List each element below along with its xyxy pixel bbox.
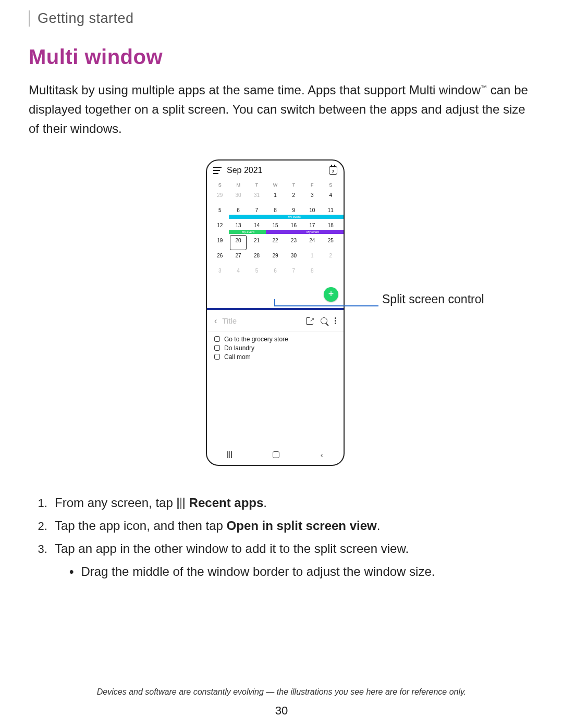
calendar-cell[interactable]: 22 [266,235,284,250]
calendar-cell[interactable]: 3 [303,190,321,205]
checkbox-icon[interactable] [214,336,220,342]
calendar-cell[interactable]: 14 [248,220,266,235]
calendar-cell[interactable]: 27 [229,250,247,265]
callout-label: Split screen control [382,292,484,306]
calendar-cell[interactable] [322,265,340,280]
step-1c: . [263,496,267,510]
checklist-label: Do laundry [224,344,254,352]
nav-back-icon[interactable]: ‹ [321,450,323,459]
intro-text-a: Multitask by using multiple apps at the … [29,83,481,97]
nav-home-icon[interactable] [273,451,279,458]
calendar-cell[interactable]: 18 [322,220,340,235]
step-3: Tap an app in the other window to add it… [51,539,534,581]
checklist-label: Call mom [224,353,251,361]
calendar-cell[interactable]: 28 [248,250,266,265]
checklist-item[interactable]: Call mom [214,353,336,361]
page-number: 30 [0,704,563,718]
calendar-cell[interactable]: 7 [248,205,266,220]
notes-title[interactable]: Title [222,316,306,325]
dow-cell: F [303,180,321,190]
calendar-cell[interactable]: 25 [322,235,340,250]
notes-app: ‹ Title Go to the grocery storeDo laundr… [207,311,344,447]
checkbox-icon[interactable] [214,345,220,351]
calendar-cell[interactable]: 16 [285,220,303,235]
callout-connector-horiz [274,305,378,306]
checkbox-icon[interactable] [214,354,220,360]
checklist-item[interactable]: Do laundry [214,344,336,352]
calendar-cell[interactable]: 24 [303,235,321,250]
calendar-cell[interactable]: 20 [229,235,247,250]
step-1a: From any screen, tap [55,496,176,510]
calendar-cell[interactable]: 3 [211,265,229,280]
calendar-cell[interactable]: 23 [285,235,303,250]
nav-recent-icon[interactable] [227,451,232,458]
section-title: Getting started [38,10,534,27]
menu-icon[interactable] [213,167,222,174]
trademark-symbol: ™ [481,84,487,91]
calendar-cell[interactable]: 17 [303,220,321,235]
calendar-cell[interactable]: 6My event [229,205,247,220]
calendar-cell[interactable]: 30 [285,250,303,265]
calendar-cell[interactable]: 2 [285,190,303,205]
calendar-cell[interactable]: 9 [285,205,303,220]
calendar-cell[interactable]: 8 [303,265,321,280]
calendar-cell[interactable]: 13My event [229,220,247,235]
dow-cell: M [229,180,247,190]
figure: Sep 2021 7 SMTWTFS 293031123456My event7… [29,159,534,472]
calendar-cell[interactable]: 26 [211,250,229,265]
calendar-cell[interactable]: 5 [211,205,229,220]
divider-bar [207,308,344,310]
dow-cell: S [322,180,340,190]
calendar-topbar: Sep 2021 7 [207,161,344,178]
calendar-cell[interactable]: 1 [266,190,284,205]
calendar-cell[interactable]: 7 [285,265,303,280]
step-2: Tap the app icon, and then tap Open in s… [51,516,534,536]
recent-apps-icon [177,498,185,509]
split-screen-control[interactable]: • • • • • [207,306,344,311]
calendar-cell[interactable]: 12 [211,220,229,235]
calendar-cell[interactable]: 4 [322,190,340,205]
checklist: Go to the grocery storeDo laundryCall mo… [207,331,344,366]
calendar-cell[interactable]: 4 [229,265,247,280]
calendar-month: Sep 2021 [227,166,263,175]
more-icon[interactable] [335,317,336,325]
calendar-cell[interactable]: 5 [248,265,266,280]
step-2b: Open in split screen view [227,519,377,533]
checklist-label: Go to the grocery store [224,336,288,343]
instruction-steps: From any screen, tap Recent apps. Tap th… [51,493,534,581]
dow-cell: S [211,180,229,190]
step-3-sub-item: Drag the middle of the window border to … [69,562,534,581]
calendar-cell[interactable]: 10 [303,205,321,220]
dow-cell: W [266,180,284,190]
calendar-grid: SMTWTFS 293031123456My event78910111213M… [211,180,340,280]
calendar-cell[interactable]: 21 [248,235,266,250]
step-2a: Tap the app icon, and then tap [55,519,227,533]
calendar-cell[interactable]: 29 [266,250,284,265]
calendar-cell[interactable]: 30 [229,190,247,205]
share-icon[interactable] [306,317,313,325]
nav-bar: ‹ [207,447,344,463]
step-3-text: Tap an app in the other window to add it… [55,541,409,556]
calendar-cell[interactable]: 29 [211,190,229,205]
calendar-cell[interactable]: 2 [322,250,340,265]
checklist-item[interactable]: Go to the grocery store [214,336,336,343]
calendar-cell[interactable]: 19 [211,235,229,250]
dow-cell: T [248,180,266,190]
dow-cell: T [285,180,303,190]
search-icon[interactable] [321,317,327,324]
step-1: From any screen, tap Recent apps. [51,493,534,513]
fab-add-button[interactable]: + [324,287,338,302]
step-1b: Recent apps [189,496,264,510]
page-title: Multi window [29,45,534,69]
notes-topbar: ‹ Title [207,311,344,331]
calendar-cell[interactable]: 31 [248,190,266,205]
today-icon[interactable]: 7 [329,166,337,175]
calendar-cell[interactable]: 6 [266,265,284,280]
back-icon[interactable]: ‹ [214,316,217,326]
calendar-cell[interactable]: 8 [266,205,284,220]
calendar-cell[interactable]: 11 [322,205,340,220]
footer-note: Devices and software are constantly evol… [0,687,563,697]
calendar-cell[interactable]: 1 [303,250,321,265]
calendar-cell[interactable]: 15My event [266,220,284,235]
section-header: Getting started [29,10,534,27]
